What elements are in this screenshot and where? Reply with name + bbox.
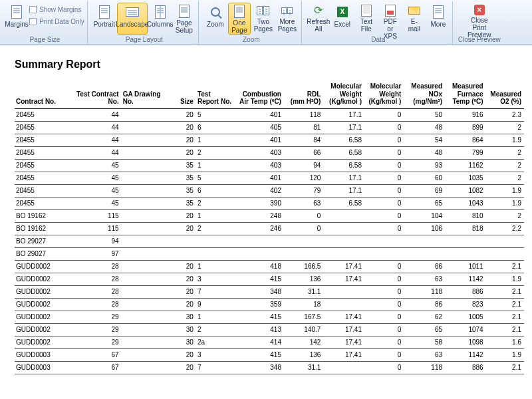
show-margins-label: Show Margins — [39, 6, 81, 13]
table-cell: 899 — [445, 121, 486, 134]
refresh-button[interactable]: ⟳ Refresh All — [307, 3, 330, 35]
more-pages-label: More Pages — [278, 18, 297, 33]
email-button[interactable]: E-mail — [403, 3, 426, 35]
table-cell: 359 — [235, 298, 284, 311]
table-cell: 17.41 — [323, 323, 364, 336]
table-cell: 166.5 — [284, 260, 323, 273]
table-cell: 1.9 — [486, 134, 524, 146]
table-cell: 94 — [284, 159, 323, 172]
page-setup-icon — [177, 5, 192, 18]
columns-icon — [153, 5, 168, 19]
table-cell — [404, 247, 445, 260]
table-cell: 418 — [235, 260, 284, 273]
table-cell: 799 — [445, 146, 486, 159]
more-pages-button[interactable]: More Pages — [276, 3, 299, 35]
excel-button[interactable]: X Excel — [331, 3, 354, 35]
more-label: More — [430, 21, 446, 28]
portrait-button[interactable]: Portrait — [93, 3, 116, 35]
table-cell: 1 — [196, 260, 235, 273]
table-cell: GUDD0002 — [15, 260, 66, 273]
table-cell: 246 — [235, 222, 284, 235]
table-cell: 44 — [66, 146, 122, 159]
table-cell — [122, 247, 173, 260]
table-row: 2045544202403666.580487992 — [15, 146, 524, 159]
table-cell: 20455 — [15, 184, 66, 197]
show-margins-check[interactable]: Show Margins — [29, 4, 84, 15]
table-cell: 45 — [66, 159, 122, 172]
table-cell: 2.1 — [486, 260, 524, 273]
table-cell: 0 — [364, 146, 404, 159]
table-cell: 20455 — [15, 108, 66, 121]
table-cell: 2 — [486, 159, 524, 172]
column-header: Test Contract No. — [66, 81, 122, 108]
table-cell: 2 — [196, 146, 235, 159]
table-row: 204554420540111817.10509162.3 — [15, 108, 524, 121]
table-cell — [486, 235, 524, 247]
table-cell: 45 — [66, 197, 122, 209]
more-button[interactable]: More — [427, 3, 450, 35]
zoom-button[interactable]: Zoom — [204, 3, 227, 35]
table-cell: 348 — [235, 285, 284, 298]
margins-icon — [9, 5, 24, 19]
zoom-icon — [208, 5, 223, 19]
table-cell: 35 — [173, 184, 196, 197]
two-pages-button[interactable]: Two Pages — [252, 3, 275, 35]
table-cell: 54 — [404, 134, 445, 146]
table-cell: GUDD0002 — [15, 311, 66, 323]
table-cell — [323, 298, 364, 311]
table-cell: 20455 — [15, 172, 66, 184]
table-row: BO 2902797 — [15, 247, 524, 260]
page-setup-label: Page Setup — [175, 19, 194, 34]
table-cell: BO 29027 — [15, 235, 66, 247]
table-cell: 1035 — [445, 172, 486, 184]
table-cell: 62 — [404, 311, 445, 323]
table-cell — [445, 247, 486, 260]
table-cell: 2.3 — [486, 108, 524, 121]
pdf-button[interactable]: PDF or XPS — [379, 3, 402, 35]
table-cell: 0 — [364, 311, 404, 323]
table-cell: 0 — [364, 184, 404, 197]
zoom-label: Zoom — [207, 21, 224, 28]
one-page-button[interactable]: One Page — [228, 3, 251, 35]
table-row: GUDD000228209359180868232.1 — [15, 298, 524, 311]
table-cell: 65 — [404, 197, 445, 209]
table-cell: 1074 — [445, 323, 486, 336]
table-cell — [122, 311, 173, 323]
table-cell: 818 — [445, 222, 486, 235]
table-cell: 44 — [66, 108, 122, 121]
table-cell: 2 — [486, 146, 524, 159]
table-cell: 120 — [284, 172, 323, 184]
table-cell: 1.9 — [486, 184, 524, 197]
table-cell: 28 — [66, 298, 122, 311]
close-print-preview-button[interactable]: × Close Print Preview — [464, 3, 495, 35]
table-cell: 28 — [66, 285, 122, 298]
table-cell: 118 — [284, 108, 323, 121]
table-cell: 6.58 — [323, 134, 364, 146]
column-header: GA Drawing No. — [122, 81, 173, 108]
table-cell: 405 — [235, 121, 284, 134]
landscape-button[interactable]: Landscape — [117, 3, 148, 35]
text-file-button[interactable]: Text File — [355, 3, 378, 35]
checkbox-icon — [29, 6, 37, 13]
table-cell: 69 — [404, 184, 445, 197]
table-cell: 415 — [235, 273, 284, 285]
table-cell — [122, 108, 173, 121]
table-cell: 0 — [364, 273, 404, 285]
print-data-only-check[interactable]: Print Data Only — [29, 16, 84, 27]
table-cell: 20 — [173, 134, 196, 146]
table-cell: 6 — [196, 184, 235, 197]
page-setup-button[interactable]: Page Setup — [173, 3, 196, 35]
table-cell: 6.58 — [323, 197, 364, 209]
columns-button[interactable]: Columns — [149, 3, 172, 35]
table-cell: 31.1 — [284, 285, 323, 298]
table-cell — [122, 260, 173, 273]
pdf-icon — [383, 5, 398, 17]
table-cell: 20455 — [15, 197, 66, 209]
table-cell: 1142 — [445, 348, 486, 361]
table-cell: 29 — [66, 311, 122, 323]
table-cell: 17.41 — [323, 273, 364, 285]
table-cell — [122, 348, 173, 361]
margins-button[interactable]: Margins — [5, 3, 28, 35]
table-cell: 6.58 — [323, 159, 364, 172]
table-cell — [323, 209, 364, 222]
